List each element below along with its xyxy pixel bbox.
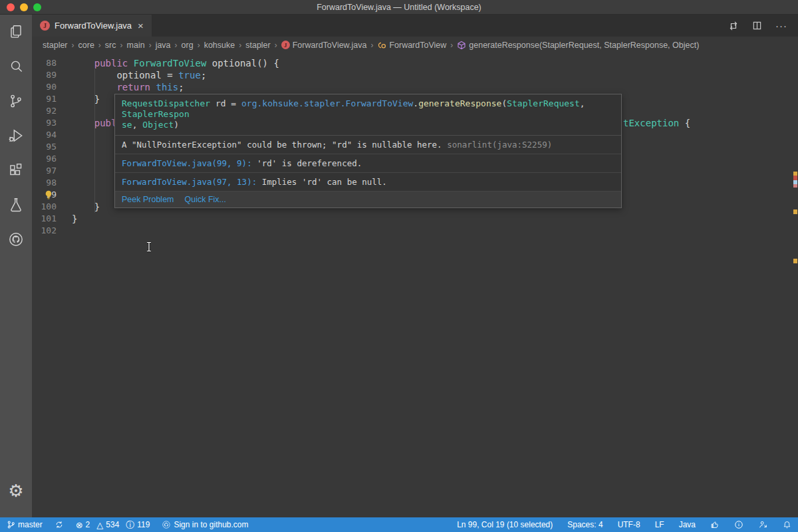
code-token: optional() {: [206, 58, 279, 68]
breadcrumb-item[interactable]: ForwardToView: [377, 41, 446, 50]
code-line[interactable]: 88 public ForwardToView optional() {: [32, 57, 798, 69]
more-actions-icon[interactable]: ···: [775, 20, 787, 31]
breadcrumb-item[interactable]: main: [127, 41, 145, 50]
octocat-icon: [162, 520, 171, 529]
code-line[interactable]: 102: [32, 225, 798, 237]
code-line[interactable]: 101}: [32, 213, 798, 225]
code-token: publ: [94, 118, 117, 128]
cursor-position[interactable]: Ln 99, Col 19 (10 selected): [457, 520, 553, 529]
tab-bar: J ForwardToView.java × ···: [32, 15, 798, 37]
breadcrumb-item[interactable]: stapler: [245, 41, 271, 50]
info-button[interactable]: [734, 520, 743, 529]
breadcrumb-label: src: [105, 41, 116, 50]
breadcrumb-item[interactable]: generateResponse(StaplerRequest, Stapler…: [457, 41, 699, 50]
related-link[interactable]: ForwardToView.java(97, 13):: [122, 177, 262, 187]
thumbsup-icon: [710, 520, 720, 529]
code-line[interactable]: 89 optional = true;: [32, 69, 798, 81]
code-token: ): [174, 120, 179, 130]
quick-fix-link[interactable]: Quick Fix...: [185, 195, 227, 204]
warning-count: 534: [106, 520, 119, 529]
chevron-right-icon: ›: [175, 41, 178, 50]
text-cursor-icon: [145, 241, 153, 252]
testing-icon[interactable]: [0, 188, 32, 222]
settings-gear-icon[interactable]: ⚙: [0, 473, 32, 508]
branch-indicator[interactable]: master: [7, 520, 43, 529]
encoding-indicator[interactable]: UTF-8: [618, 520, 640, 529]
error-icon: ⊗: [76, 521, 83, 529]
run-debug-icon[interactable]: [0, 118, 32, 153]
notifications-button[interactable]: [783, 520, 791, 529]
related-text: 'rd' is dereferenced.: [257, 158, 362, 168]
code-token: StaplerRespon: [122, 109, 190, 119]
chevron-right-icon: ›: [370, 41, 373, 50]
compare-changes-icon[interactable]: [728, 21, 739, 31]
indent-guide: [94, 69, 95, 213]
line-number: 97: [32, 165, 72, 177]
code-token: ,: [132, 120, 143, 130]
line-number: 96: [32, 153, 72, 165]
github-icon[interactable]: [0, 222, 32, 257]
tab-close-icon[interactable]: ×: [136, 20, 145, 31]
code-token: Object: [142, 120, 174, 130]
sync-button[interactable]: [55, 520, 64, 529]
chevron-right-icon: ›: [198, 41, 200, 50]
line-number: 102: [32, 225, 72, 237]
code-line[interactable]: 90 return this;: [32, 81, 798, 93]
code-token: }: [72, 213, 77, 224]
titlebar: ForwardToView.java — Untitled (Workspace…: [0, 0, 798, 15]
class-symbol-icon: [377, 41, 386, 50]
explorer-icon[interactable]: [0, 15, 32, 49]
chevron-right-icon: ›: [98, 41, 101, 50]
github-signin[interactable]: Sign in to github.com: [162, 520, 248, 529]
code-token: return: [116, 82, 150, 92]
code-editor[interactable]: 88 public ForwardToView optional() {89 o…: [32, 53, 798, 517]
line-number: 89: [32, 69, 72, 81]
breadcrumb: stapler›core›src›main›java›org›kohsuke›s…: [32, 37, 798, 53]
breadcrumb-item[interactable]: stapler: [43, 41, 68, 50]
chevron-right-icon: ›: [72, 41, 74, 50]
related-link[interactable]: ForwardToView.java(99, 9):: [122, 158, 257, 168]
breadcrumb-label: org: [182, 41, 194, 50]
hover-actions: Peek Problem Quick Fix...: [115, 192, 621, 207]
split-editor-icon[interactable]: [752, 21, 762, 31]
language-indicator[interactable]: Java: [679, 520, 696, 529]
hover-related-2: ForwardToView.java(97, 13): Implies 'rd'…: [115, 173, 621, 192]
code-token: optional =: [72, 70, 178, 80]
breadcrumb-label: ForwardToView: [389, 41, 446, 50]
code-token: {: [679, 118, 690, 128]
breadcrumb-item[interactable]: java: [156, 41, 171, 50]
code-token: rd =: [210, 98, 241, 108]
line-number: 101: [32, 213, 72, 225]
search-icon[interactable]: [0, 49, 32, 84]
breadcrumb-item[interactable]: src: [105, 41, 116, 50]
eol-indicator[interactable]: LF: [655, 520, 664, 529]
breadcrumb-item[interactable]: org: [182, 41, 194, 50]
line-number: 90: [32, 81, 72, 93]
code-token: .: [413, 98, 418, 108]
breadcrumb-label: generateResponse(StaplerRequest, Stapler…: [469, 41, 699, 50]
chevron-right-icon: ›: [120, 41, 123, 50]
code-token: }: [72, 94, 100, 104]
hover-tooltip: RequestDispatcher rd = org.kohsuke.stapl…: [114, 94, 622, 208]
code-token: ForwardToView: [134, 58, 207, 68]
breadcrumb-item[interactable]: core: [78, 41, 94, 50]
breadcrumb-item[interactable]: JForwardToView.java: [281, 41, 367, 50]
hover-signature-line: se, Object): [122, 120, 614, 130]
code-token: se: [122, 120, 132, 130]
overview-ruler-mark: [793, 209, 797, 214]
indentation-indicator[interactable]: Spaces: 4: [567, 520, 602, 529]
lightbulb-icon[interactable]: [44, 190, 53, 200]
tab-forwardtoview[interactable]: J ForwardToView.java ×: [32, 15, 152, 37]
feedback-button[interactable]: [710, 520, 720, 529]
code-fragment: tException {: [623, 117, 690, 129]
line-number: 100: [32, 201, 72, 213]
source-control-icon[interactable]: [0, 84, 32, 118]
breadcrumb-item[interactable]: kohsuke: [204, 41, 235, 50]
extensions-icon[interactable]: [0, 153, 32, 188]
chevron-right-icon: ›: [239, 41, 241, 50]
bell-icon: [783, 520, 791, 529]
account-button[interactable]: [758, 520, 768, 529]
peek-problem-link[interactable]: Peek Problem: [122, 195, 174, 204]
problems-indicator[interactable]: ⊗ 2 △ 534 ⓘ 119: [76, 520, 150, 529]
code-token: StaplerRequest: [507, 98, 580, 108]
